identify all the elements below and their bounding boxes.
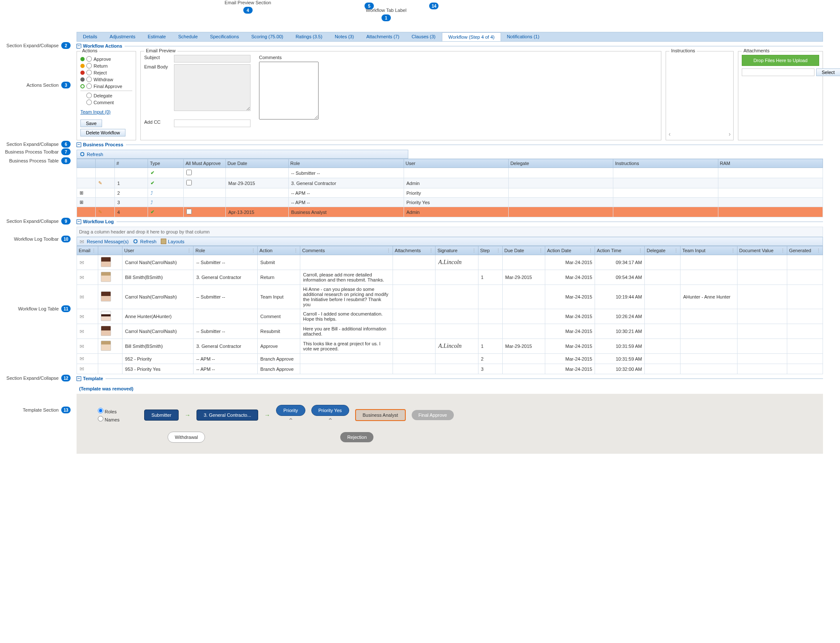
email-body-input[interactable] [174, 64, 251, 111]
envelope-icon: ✉ [80, 294, 84, 300]
node-gc[interactable]: 3. General Contracto... [196, 410, 258, 421]
resend-button[interactable]: ✉Resend Message(s) [80, 239, 128, 244]
actions-fieldset: Actions Approve Return Reject Withdraw F… [77, 51, 136, 140]
action-comment[interactable]: Comment [80, 100, 132, 105]
approve-icon [80, 57, 85, 61]
tab-notifications-1-[interactable]: Notifications (1) [501, 32, 546, 41]
table-row[interactable]: ✉Anne Hunter(AHunter)CommentCarroll - I … [77, 309, 823, 324]
section-business-process: − Business Process [77, 142, 823, 147]
table-row[interactable]: ✉Bill Smith(BSmith)3. General Contractor… [77, 339, 823, 354]
tab-workflow-step-4-of-4-[interactable]: Workflow (Step 4 of 4) [442, 32, 501, 41]
envelope-icon: ✉ [80, 366, 84, 372]
business-process-toolbar: Refresh [77, 150, 408, 159]
action-delegate[interactable]: Delegate [80, 93, 132, 98]
avatar [101, 341, 111, 351]
business-process-table: #TypeAll Must ApproveDue DateRoleUserDel… [77, 159, 823, 217]
table-row[interactable]: ✉Bill Smith(BSmith)3. General Contractor… [77, 270, 823, 285]
action-reject[interactable]: Reject [80, 70, 132, 75]
workflow-log-toolbar: ✉Resend Message(s) Refresh Layouts [77, 237, 823, 246]
select-file-button[interactable]: Select [816, 68, 840, 76]
node-rejection[interactable]: Rejection [340, 432, 373, 442]
table-row[interactable]: ⊞2⤴-- APM --Priority [77, 188, 823, 198]
branch-icon: ⌃ [327, 417, 333, 425]
node-submitter[interactable]: Submitter [144, 410, 179, 421]
table-row[interactable]: ✔-- Submitter -- [77, 168, 823, 178]
envelope-icon: ✉ [80, 313, 84, 320]
file-dropzone[interactable]: Drop Files Here to Upload [742, 55, 819, 66]
envelope-icon: ✉ [80, 274, 84, 281]
tab-notes-3-[interactable]: Notes (3) [329, 32, 360, 41]
envelope-icon: ✉ [80, 356, 84, 362]
table-row[interactable]: ✉953 - Priority Yes-- APM --Branch Appro… [77, 364, 823, 374]
envelope-icon: ✉ [80, 343, 84, 350]
node-business-analyst[interactable]: Business Analyst [355, 409, 406, 421]
envelope-icon: ✉ [80, 239, 85, 244]
collapse-toggle[interactable]: − [77, 376, 81, 381]
avatar [101, 326, 111, 336]
team-input-link[interactable]: Team Input (0) [80, 109, 111, 114]
node-withdrawal[interactable]: Withdrawal [168, 432, 205, 443]
all-approve-checkbox[interactable] [186, 170, 192, 175]
tab-estimate[interactable]: Estimate [142, 32, 172, 41]
collapse-toggle[interactable]: − [77, 142, 81, 147]
all-approve-checkbox[interactable] [186, 209, 192, 214]
tab-details[interactable]: Details [77, 32, 104, 41]
table-row[interactable]: ✉952 - Priority-- APM --Branch Approve2M… [77, 354, 823, 364]
branch-icon: ⤴ [151, 191, 153, 196]
table-row[interactable]: ✎1✔Mar-29-20153. General ContractorAdmin [77, 178, 823, 188]
tab-attachments-7-[interactable]: Attachments (7) [360, 32, 406, 41]
email-preview-fieldset: Email Preview Subject Email Body Add CC … [140, 51, 661, 140]
return-icon [80, 64, 85, 68]
tab-scoring-75-00-[interactable]: Scoring (75.00) [245, 32, 290, 41]
tab-ratings-3-5-[interactable]: Ratings (3.5) [290, 32, 329, 41]
node-final-approve[interactable]: Final Approve [412, 410, 454, 420]
collapse-toggle[interactable]: − [77, 44, 81, 48]
envelope-icon: ✉ [80, 328, 84, 335]
delete-workflow-button[interactable]: Delete Workflow [80, 129, 125, 137]
table-row[interactable]: ⊞3⤴-- APM --Priority Yes [77, 198, 823, 207]
template-removed-label: (Template was removed) [77, 384, 823, 394]
next-icon[interactable]: › [729, 131, 731, 137]
avatar [101, 272, 111, 282]
save-button[interactable]: Save [80, 119, 102, 127]
subject-input[interactable] [174, 55, 251, 63]
tab-clauses-3-[interactable]: Clauses (3) [406, 32, 442, 41]
check-icon: ✔ [151, 180, 154, 185]
section-workflow-log: − Workflow Log [77, 219, 823, 224]
action-approve[interactable]: Approve [80, 56, 132, 62]
action-final-approve[interactable]: Final Approve [80, 83, 132, 89]
refresh-button[interactable]: Refresh [80, 151, 103, 157]
table-row[interactable]: ✉Carrol Nash(CarrolNash)-- Submitter --S… [77, 255, 823, 270]
tab-schedule[interactable]: Schedule [172, 32, 204, 41]
action-return[interactable]: Return [80, 63, 132, 68]
refresh-button[interactable]: Refresh [133, 239, 157, 244]
names-radio[interactable]: Names [98, 416, 120, 422]
table-row[interactable]: ✎4✔Apr-13-2015Business AnalystAdmin [77, 207, 823, 217]
tab-specifications[interactable]: Specifications [204, 32, 245, 41]
layouts-button[interactable]: Layouts [161, 239, 185, 244]
arrow-icon: → [185, 412, 191, 418]
refresh-icon [133, 239, 138, 244]
action-withdraw[interactable]: Withdraw [80, 77, 132, 82]
attachment-path-input[interactable] [742, 68, 814, 76]
node-priority[interactable]: Priority [276, 405, 305, 416]
branch-icon: ⌃ [288, 417, 293, 425]
envelope-icon: ✉ [80, 259, 84, 266]
section-template: − Template [77, 376, 823, 381]
layouts-icon [161, 239, 166, 244]
tab-strip: DetailsAdjustmentsEstimateScheduleSpecif… [77, 32, 823, 42]
group-by-bar[interactable]: Drag a column header and drop it here to… [77, 227, 823, 237]
collapse-toggle[interactable]: − [77, 219, 81, 224]
roles-radio[interactable]: Roles [98, 408, 120, 414]
reject-icon [80, 71, 85, 75]
all-approve-checkbox[interactable] [186, 180, 192, 185]
comments-input[interactable] [259, 62, 319, 119]
addcc-input[interactable] [174, 119, 251, 127]
table-row[interactable]: ✉Carrol Nash(CarrolNash)-- Submitter --R… [77, 324, 823, 339]
table-row[interactable]: ✉Carrol Nash(CarrolNash)-- Submitter --T… [77, 285, 823, 309]
workflow-log-table: Email⋮User⋮Role⋮Action⋮Comments⋮Attachme… [77, 246, 823, 374]
node-priority-yes[interactable]: Priority Yes [311, 405, 349, 416]
arrow-icon: → [264, 412, 270, 418]
prev-icon[interactable]: ‹ [669, 131, 671, 137]
tab-adjustments[interactable]: Adjustments [104, 32, 142, 41]
